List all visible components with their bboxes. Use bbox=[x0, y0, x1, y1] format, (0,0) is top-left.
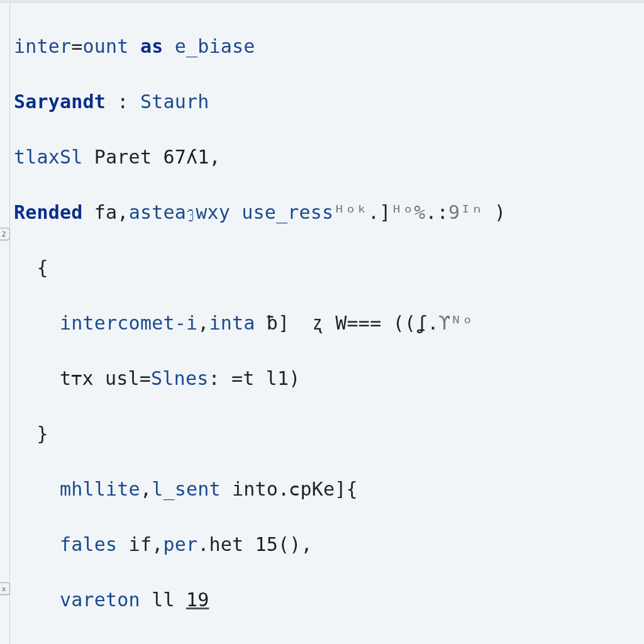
token: l_sent bbox=[152, 478, 221, 500]
token: ᴴᵒᵏ bbox=[333, 201, 368, 223]
token: ount bbox=[83, 35, 129, 57]
token: into.ᴄpKe]{ bbox=[221, 478, 358, 500]
token: ϒᴺᵒ bbox=[439, 312, 474, 334]
token: 15 bbox=[255, 533, 279, 555]
token: e_biase bbox=[175, 35, 255, 57]
token: = bbox=[71, 35, 82, 57]
token: =t l1) bbox=[231, 367, 301, 389]
token: tlaxSl bbox=[14, 146, 83, 168]
token: , bbox=[209, 146, 220, 168]
gutter-badge-2[interactable]: 2 bbox=[0, 228, 10, 240]
code-line[interactable]: } bbox=[14, 420, 643, 448]
token: .] bbox=[368, 201, 391, 223]
code-line[interactable]: fales if,per.het 15(), bbox=[14, 531, 643, 558]
gutter-badge-x[interactable]: x bbox=[0, 582, 10, 595]
code-line[interactable]: intercomet-i,inta ƀ] ʐ W=== ((ʆ.ϒᴺᵒ bbox=[14, 309, 643, 337]
token: Saryandt bbox=[14, 91, 106, 113]
token: 67ʎ1 bbox=[163, 146, 209, 168]
token: Staurh bbox=[140, 91, 209, 113]
token: if, bbox=[117, 533, 163, 555]
code-line[interactable]: tlaxSl Paret 67ʎ1, bbox=[14, 143, 643, 171]
token: .het bbox=[197, 533, 255, 555]
token: { bbox=[14, 257, 48, 279]
token: tᴛx usl bbox=[14, 367, 140, 389]
token: Paret bbox=[83, 146, 164, 168]
editor-gutter: 2 x bbox=[0, 3, 10, 644]
token bbox=[14, 533, 60, 555]
token: 19 bbox=[186, 589, 209, 611]
token: } bbox=[14, 423, 48, 445]
token: ᴴᵒ% bbox=[391, 201, 426, 223]
code-area[interactable]: inter=ount as e_biase Saryandt : Staurh … bbox=[10, 3, 644, 644]
code-line[interactable]: Saryandt : Staurh bbox=[14, 88, 643, 116]
code-line[interactable]: mhllite,l_sent into.ᴄpKe]{ bbox=[14, 475, 643, 503]
token: .: bbox=[425, 201, 448, 223]
token: Slnes bbox=[151, 367, 208, 389]
token: fales bbox=[60, 533, 117, 555]
token: : bbox=[106, 91, 140, 113]
token: , bbox=[197, 312, 209, 334]
token: = bbox=[140, 367, 151, 389]
token: 9ᴵⁿ bbox=[448, 201, 483, 223]
token: inter bbox=[14, 35, 71, 57]
token: intercomet-i bbox=[60, 312, 197, 334]
token: W=== bbox=[335, 312, 381, 334]
token: ll bbox=[140, 589, 186, 611]
code-line[interactable]: } bbox=[14, 641, 643, 644]
token: inta bbox=[209, 312, 255, 334]
token: Rended bbox=[14, 201, 83, 223]
token: ƀ] ʐ bbox=[255, 312, 336, 334]
code-line[interactable]: tᴛx usl=Slnes: =t l1) bbox=[14, 365, 643, 392]
code-line[interactable]: vareton ll 19 bbox=[14, 586, 643, 614]
token: as bbox=[129, 35, 175, 57]
code-line[interactable]: Rended fa,asteaꝫwxy use_ressᴴᵒᵏ.]ᴴᵒ%.:9ᴵ… bbox=[14, 199, 643, 226]
token bbox=[14, 312, 60, 334]
code-line[interactable]: { bbox=[14, 254, 643, 282]
token bbox=[14, 478, 60, 500]
token: ) bbox=[483, 201, 506, 223]
token: fa, bbox=[83, 201, 129, 223]
token bbox=[14, 589, 60, 611]
token: , bbox=[140, 478, 152, 500]
token: vareton bbox=[60, 589, 140, 611]
token: asteaꝫwxy bbox=[129, 201, 230, 223]
token: (), bbox=[278, 533, 313, 555]
token: : bbox=[208, 367, 231, 389]
token: per bbox=[163, 533, 197, 555]
code-line[interactable]: inter=ount as e_biase bbox=[14, 33, 643, 60]
code-editor[interactable]: 2 x inter=ount as e_biase Saryandt : Sta… bbox=[0, 3, 644, 644]
token: mhllite bbox=[60, 478, 140, 500]
token: ((ʆ. bbox=[381, 312, 438, 334]
token: use_ress bbox=[230, 201, 333, 223]
